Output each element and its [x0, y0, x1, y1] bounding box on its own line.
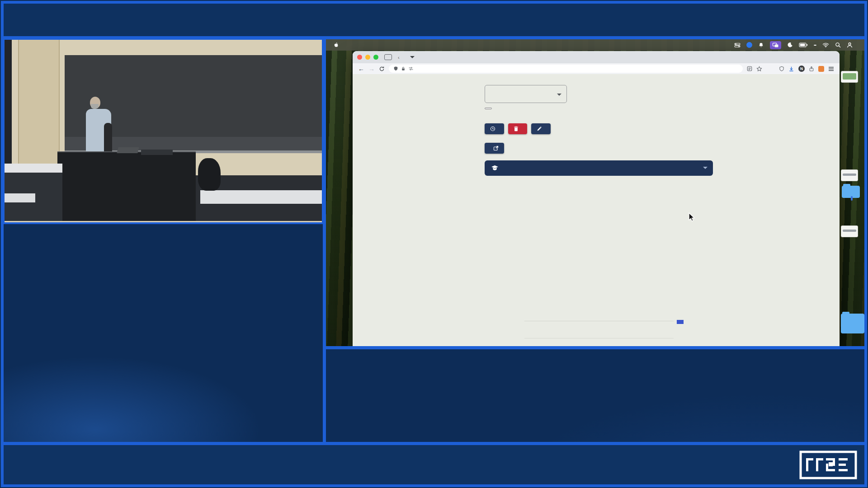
close-window-button[interactable] [357, 55, 362, 60]
lecture-stream-frame: ‹ ← → N [0, 0, 868, 488]
input-source-icon[interactable] [814, 45, 816, 46]
problems-attempted-chart [353, 314, 840, 346]
quiz-duration-note [485, 74, 713, 79]
zoom-window-button[interactable] [373, 55, 378, 60]
podium-equipment [141, 150, 173, 155]
firefox-view-icon[interactable] [384, 54, 392, 60]
desktop-screenshot-icon[interactable] [841, 71, 858, 83]
reload-button[interactable] [379, 66, 385, 72]
accordion-caret-icon [703, 167, 708, 171]
protections-shield-icon[interactable] [779, 66, 784, 72]
lecture-camera-video[interactable] [3, 38, 324, 224]
bookmark-star-icon[interactable] [756, 66, 762, 72]
lock-icon[interactable] [401, 66, 406, 71]
file-upload-row [485, 108, 713, 109]
url-bar[interactable] [389, 65, 743, 73]
graduation-cap-icon [491, 165, 499, 171]
menu-extra-icon[interactable] [734, 42, 741, 48]
screen-share-panel: ‹ ← → N [326, 39, 865, 346]
student-desk [5, 164, 62, 173]
notification-bell-icon[interactable] [758, 42, 764, 48]
legend-label [686, 319, 712, 324]
phase-select[interactable] [485, 85, 567, 103]
wifi-icon[interactable] [822, 42, 829, 47]
back-button[interactable]: ← [358, 65, 364, 72]
delete-quiz-button[interactable] [508, 123, 527, 134]
lecturer-beard [91, 104, 99, 109]
update-quiz-button[interactable] [485, 123, 504, 134]
recorrection-button[interactable] [531, 123, 551, 134]
header-bar [4, 4, 864, 37]
minimize-window-button[interactable] [365, 55, 370, 60]
share-icon[interactable] [809, 66, 814, 72]
side-desk [200, 190, 322, 204]
excused-students-accordion[interactable] [485, 160, 713, 176]
navigation-bar: ← → N [353, 63, 840, 74]
podium-desk [57, 151, 196, 221]
extension-orange-icon[interactable] [818, 66, 824, 72]
list-all-tabs-icon[interactable] [410, 56, 415, 61]
footer-bar [4, 445, 864, 485]
desktop-window-icon[interactable] [841, 169, 858, 181]
laptop [117, 147, 139, 153]
chart-legend [677, 319, 712, 324]
divider [323, 39, 326, 445]
tab-bar: ‹ [353, 51, 840, 63]
desktop-folder-icon-large[interactable] [841, 314, 864, 333]
blue-app-icon[interactable] [746, 42, 752, 48]
battery-icon[interactable] [799, 42, 808, 47]
container-swap-icon[interactable] [408, 66, 414, 71]
dropdown-caret-icon [557, 94, 561, 98]
backpack [198, 158, 221, 191]
legend-swatch [677, 320, 684, 324]
divider [4, 442, 864, 445]
rrze-logo [799, 450, 857, 479]
do-not-disturb-moon-icon[interactable] [787, 42, 793, 48]
firefox-window: ‹ ← → N [353, 51, 840, 346]
go-to-quiz-button[interactable] [485, 143, 504, 154]
shield-icon[interactable] [393, 66, 398, 71]
mouse-cursor [688, 212, 696, 222]
app-menu-icon[interactable] [828, 66, 834, 71]
download-icon[interactable] [788, 66, 794, 72]
divider [326, 346, 864, 349]
extension-n-icon[interactable]: N [798, 66, 805, 72]
browse-button[interactable] [485, 108, 492, 109]
apple-menu-icon[interactable] [333, 42, 339, 48]
divider [4, 36, 864, 39]
desktop-window-icon[interactable] [841, 225, 858, 237]
forward-button[interactable]: → [368, 65, 375, 72]
desktop-icon-label[interactable] [836, 196, 865, 201]
spotlight-search-icon[interactable] [835, 42, 841, 48]
quiz-dashboard-page [353, 74, 840, 346]
scroll-tabs-left-icon[interactable]: ‹ [398, 55, 400, 60]
macos-menu-bar [326, 39, 865, 51]
user-switch-icon[interactable] [847, 42, 853, 48]
reader-mode-icon[interactable] [747, 66, 752, 71]
screen-mirroring-icon[interactable] [770, 41, 781, 49]
